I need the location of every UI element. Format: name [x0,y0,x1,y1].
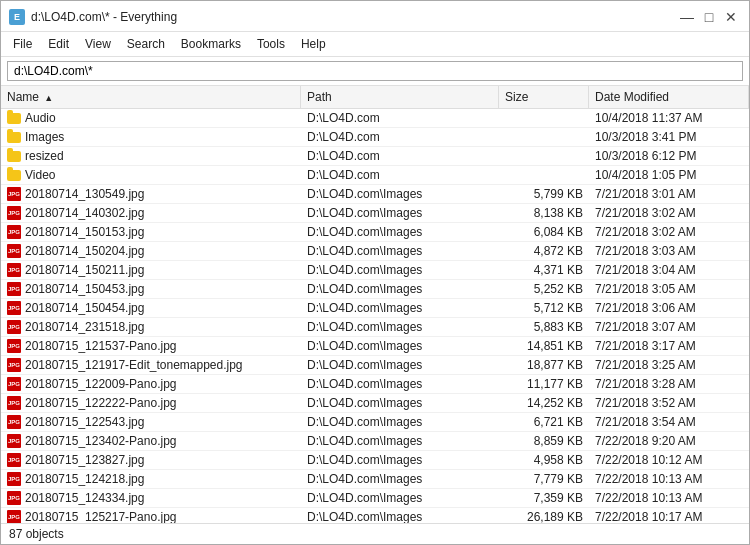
file-name: 20180715_121537-Pano.jpg [25,339,176,353]
jpg-icon: JPG [7,320,21,334]
cell-name: JPG20180715_122222-Pano.jpg [1,394,301,412]
table-row[interactable]: JPG20180715_122222-Pano.jpgD:\LO4D.com\I… [1,394,749,413]
object-count: 87 objects [9,527,64,541]
table-row[interactable]: JPG20180714_150204.jpgD:\LO4D.com\Images… [1,242,749,261]
cell-date: 7/21/2018 3:02 AM [589,204,749,222]
table-row[interactable]: JPG20180715_122543.jpgD:\LO4D.com\Images… [1,413,749,432]
table-row[interactable]: JPG20180715_121537-Pano.jpgD:\LO4D.com\I… [1,337,749,356]
table-row[interactable]: JPG20180715_123402-Pano.jpgD:\LO4D.com\I… [1,432,749,451]
file-name: 20180714_150153.jpg [25,225,144,239]
file-name: 20180715_124218.jpg [25,472,144,486]
table-row[interactable]: JPG20180714_150153.jpgD:\LO4D.com\Images… [1,223,749,242]
menu-item-file[interactable]: File [5,34,40,54]
minimize-button[interactable]: — [677,7,697,27]
cell-name: Video [1,166,301,184]
table-row[interactable]: JPG20180714_130549.jpgD:\LO4D.com\Images… [1,185,749,204]
table-row[interactable]: JPG20180714_140302.jpgD:\LO4D.com\Images… [1,204,749,223]
folder-icon [7,170,21,181]
cell-path: D:\LO4D.com\Images [301,223,499,241]
title-bar-left: E d:\LO4D.com\* - Everything [9,9,177,25]
jpg-icon: JPG [7,206,21,220]
table-row[interactable]: JPG20180715_124218.jpgD:\LO4D.com\Images… [1,470,749,489]
cell-path: D:\LO4D.com\Images [301,185,499,203]
folder-icon [7,132,21,143]
table-row[interactable]: JPG20180714_150453.jpgD:\LO4D.com\Images… [1,280,749,299]
maximize-button[interactable]: □ [699,7,719,27]
cell-size: 26,189 KB [499,508,589,523]
close-button[interactable]: ✕ [721,7,741,27]
menu-item-bookmarks[interactable]: Bookmarks [173,34,249,54]
file-name: 20180715_123827.jpg [25,453,144,467]
table-row[interactable]: JPG20180714_150211.jpgD:\LO4D.com\Images… [1,261,749,280]
file-name: 20180715_123402-Pano.jpg [25,434,176,448]
cell-date: 7/21/2018 3:54 AM [589,413,749,431]
jpg-icon: JPG [7,358,21,372]
folder-icon [7,151,21,162]
table-row[interactable]: JPG20180715_123827.jpgD:\LO4D.com\Images… [1,451,749,470]
search-input[interactable] [7,61,743,81]
cell-path: D:\LO4D.com\Images [301,489,499,507]
cell-path: D:\LO4D.com\Images [301,204,499,222]
cell-name: JPG20180715_123827.jpg [1,451,301,469]
cell-size: 5,799 KB [499,185,589,203]
menu-item-tools[interactable]: Tools [249,34,293,54]
search-bar [1,57,749,86]
cell-size: 5,252 KB [499,280,589,298]
file-name: 20180714_130549.jpg [25,187,144,201]
cell-date: 7/21/2018 3:25 AM [589,356,749,374]
cell-path: D:\LO4D.com\Images [301,261,499,279]
cell-size: 4,872 KB [499,242,589,260]
table-row[interactable]: ImagesD:\LO4D.com10/3/2018 3:41 PM [1,128,749,147]
jpg-icon: JPG [7,244,21,258]
menu-item-help[interactable]: Help [293,34,334,54]
table-row[interactable]: JPG20180714_231518.jpgD:\LO4D.com\Images… [1,318,749,337]
cell-path: D:\LO4D.com\Images [301,356,499,374]
cell-size [499,109,589,127]
cell-path: D:\LO4D.com\Images [301,413,499,431]
cell-name: JPG20180715_122543.jpg [1,413,301,431]
col-path-header[interactable]: Path [301,86,499,108]
cell-name: JPG20180714_140302.jpg [1,204,301,222]
jpg-icon: JPG [7,301,21,315]
menu-item-edit[interactable]: Edit [40,34,77,54]
table-row[interactable]: JPG20180714_150454.jpgD:\LO4D.com\Images… [1,299,749,318]
cell-size: 6,721 KB [499,413,589,431]
file-name: Video [25,168,55,182]
table-row[interactable]: JPG20180715_125217-Pano.jpgD:\LO4D.com\I… [1,508,749,523]
cell-size: 11,177 KB [499,375,589,393]
cell-path: D:\LO4D.com [301,109,499,127]
file-name: 20180715_122222-Pano.jpg [25,396,176,410]
menu-item-view[interactable]: View [77,34,119,54]
folder-icon [7,113,21,124]
cell-size: 8,859 KB [499,432,589,450]
main-window: E d:\LO4D.com\* - Everything — □ ✕ FileE… [0,0,750,545]
file-name: 20180714_140302.jpg [25,206,144,220]
table-row[interactable]: JPG20180715_122009-Pano.jpgD:\LO4D.com\I… [1,375,749,394]
cell-date: 7/21/2018 3:05 AM [589,280,749,298]
file-name: 20180714_150453.jpg [25,282,144,296]
table-row[interactable]: VideoD:\LO4D.com10/4/2018 1:05 PM [1,166,749,185]
menu-item-search[interactable]: Search [119,34,173,54]
cell-date: 7/21/2018 3:04 AM [589,261,749,279]
cell-name: resized [1,147,301,165]
menu-bar: FileEditViewSearchBookmarksToolsHelp [1,32,749,57]
cell-path: D:\LO4D.com\Images [301,375,499,393]
cell-path: D:\LO4D.com\Images [301,508,499,523]
cell-date: 7/21/2018 3:02 AM [589,223,749,241]
cell-date: 10/3/2018 3:41 PM [589,128,749,146]
table-row[interactable]: AudioD:\LO4D.com10/4/2018 11:37 AM [1,109,749,128]
file-name: 20180715_122543.jpg [25,415,144,429]
cell-date: 7/22/2018 10:13 AM [589,470,749,488]
col-name-header[interactable]: Name ▲ [1,86,301,108]
table-row[interactable]: resizedD:\LO4D.com10/3/2018 6:12 PM [1,147,749,166]
table-row[interactable]: JPG20180715_124334.jpgD:\LO4D.com\Images… [1,489,749,508]
cell-date: 7/21/2018 3:06 AM [589,299,749,317]
col-size-header[interactable]: Size [499,86,589,108]
table-row[interactable]: JPG20180715_121917-Edit_tonemapped.jpgD:… [1,356,749,375]
cell-date: 7/22/2018 9:20 AM [589,432,749,450]
col-date-header[interactable]: Date Modified [589,86,749,108]
file-name: Audio [25,111,56,125]
cell-name: JPG20180715_125217-Pano.jpg [1,508,301,523]
cell-date: 7/21/2018 3:03 AM [589,242,749,260]
jpg-icon: JPG [7,282,21,296]
